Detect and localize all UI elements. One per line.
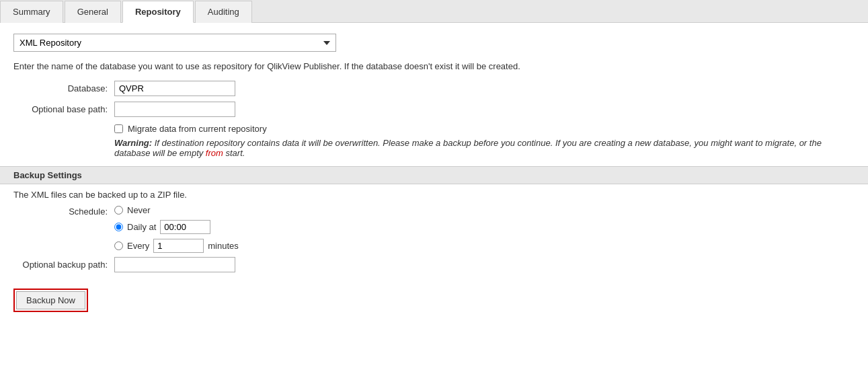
schedule-daily-radio[interactable] — [114, 223, 123, 231]
repo-select-wrap: XML Repository SQL Server — [13, 34, 855, 52]
warning-label: Warning: — [114, 138, 152, 148]
schedule-minutes-suffix-label: minutes — [208, 241, 239, 251]
warning-text: Warning: If destination repository conta… — [114, 138, 854, 158]
warning-link: from — [206, 148, 223, 158]
optional-base-path-label: Optional base path: — [13, 104, 114, 114]
optional-base-path-input[interactable] — [114, 102, 235, 117]
optional-base-path-row: Optional base path: — [13, 102, 855, 117]
migrate-checkbox-row: Migrate data from current repository — [114, 124, 855, 134]
schedule-options: Never Daily at Every minutes — [114, 205, 239, 253]
schedule-never-label: Never — [127, 205, 151, 215]
tab-general[interactable]: General — [65, 1, 121, 23]
tab-auditing[interactable]: Auditing — [195, 1, 252, 23]
schedule-every-row: Every minutes — [114, 239, 239, 253]
backup-desc: The XML files can be backed up to a ZIP … — [13, 190, 855, 200]
optional-backup-path-label: Optional backup path: — [13, 260, 114, 270]
database-input[interactable] — [114, 81, 235, 96]
optional-backup-path-input[interactable] — [114, 257, 235, 272]
migrate-checkbox[interactable] — [114, 124, 123, 133]
schedule-every-minutes-input[interactable] — [153, 239, 204, 253]
database-row: Database: — [13, 81, 855, 96]
tab-repository[interactable]: Repository — [122, 1, 194, 23]
schedule-never-row: Never — [114, 205, 239, 215]
backup-now-btn-wrap: Backup Now — [13, 289, 88, 312]
schedule-daily-time-input[interactable] — [160, 220, 210, 234]
tab-summary[interactable]: Summary — [0, 1, 63, 23]
warning-suffix: start. — [225, 148, 245, 158]
backup-section-header: Backup Settings — [0, 166, 868, 184]
schedule-every-radio[interactable] — [114, 241, 123, 250]
migrate-label: Migrate data from current repository — [128, 124, 267, 134]
repo-type-select[interactable]: XML Repository SQL Server — [13, 34, 336, 52]
schedule-daily-row: Daily at — [114, 220, 239, 234]
database-label: Database: — [13, 83, 114, 93]
schedule-block: Schedule: Never Daily at Every minutes — [13, 205, 855, 253]
backup-now-button[interactable]: Backup Now — [16, 291, 85, 309]
schedule-daily-label: Daily at — [127, 222, 156, 232]
schedule-never-radio[interactable] — [114, 206, 123, 215]
schedule-label: Schedule: — [13, 205, 114, 253]
schedule-every-label: Every — [127, 241, 149, 251]
tab-bar: Summary General Repository Auditing — [0, 0, 868, 23]
main-content: XML Repository SQL Server Enter the name… — [0, 23, 868, 323]
optional-backup-path-row: Optional backup path: — [13, 257, 855, 272]
info-text: Enter the name of the database you want … — [13, 61, 855, 71]
